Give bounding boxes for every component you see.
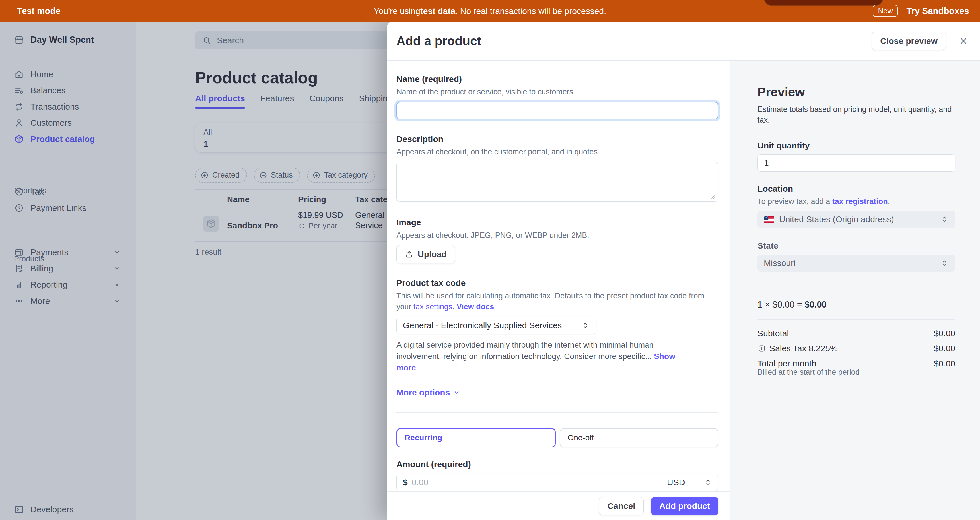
description-input[interactable]: [396, 162, 718, 202]
preview-subtitle: Estimate totals based on pricing model, …: [757, 104, 955, 126]
preview-divider: [757, 290, 955, 291]
test-mode-banner: Test mode You're using test data. No rea…: [0, 0, 980, 22]
subtotal-value: $0.00: [934, 329, 955, 338]
message-prefix: You're using: [374, 6, 420, 16]
tax-settings-link[interactable]: tax settings: [414, 302, 452, 311]
upload-label: Upload: [418, 250, 447, 259]
select-updown-icon: [581, 321, 590, 330]
amount-input-group: $ USD: [396, 474, 718, 491]
name-section: Name (required) Name of the product or s…: [396, 74, 718, 119]
product-form: Name (required) Name of the product or s…: [387, 60, 730, 520]
description-label: Description: [396, 134, 718, 144]
select-updown-icon: [940, 215, 949, 224]
test-mode-message: You're using test data. No real transact…: [0, 0, 980, 22]
modal-title: Add a product: [396, 34, 872, 48]
location-help-suffix: .: [888, 197, 890, 206]
sales-tax-value: $0.00: [934, 343, 955, 353]
state-value: Missouri: [764, 258, 935, 268]
sales-tax-row: Sales Tax 8.225% $0.00: [757, 343, 955, 353]
try-sandboxes-button[interactable]: Try Sandboxes: [906, 6, 969, 16]
subtotal-label: Subtotal: [757, 329, 789, 338]
close-modal-button[interactable]: [958, 36, 969, 46]
tax-code-label: Product tax code: [396, 278, 718, 288]
preview-divider: [757, 320, 955, 320]
location-label: Location: [757, 184, 955, 194]
state-select: Missouri: [757, 254, 955, 272]
currency-select[interactable]: USD: [661, 474, 718, 491]
amount-section: Amount (required) $ USD: [396, 460, 718, 491]
sales-tax-label: Sales Tax 8.225%: [770, 343, 838, 353]
one-off-option[interactable]: One-off: [560, 428, 719, 447]
tax-code-section: Product tax code This will be used for c…: [396, 278, 718, 374]
add-product-modal: Add a product Close preview Name (requir…: [387, 22, 980, 520]
total-label: Total per month: [757, 359, 816, 368]
new-badge: New: [873, 5, 898, 17]
resize-grip-icon[interactable]: [709, 193, 715, 199]
image-label: Image: [396, 218, 718, 227]
amount-label: Amount (required): [396, 460, 718, 469]
billing-note: Billed at the start of the period: [757, 368, 955, 377]
subtotal-row: Subtotal $0.00: [757, 329, 955, 338]
info-icon[interactable]: [757, 344, 766, 353]
total-row: Total per month $0.00: [757, 359, 955, 368]
upload-icon: [405, 250, 414, 259]
total-value: $0.00: [934, 359, 955, 368]
unit-quantity-input[interactable]: 1: [757, 154, 955, 172]
modal-footer: Cancel Add product: [387, 491, 730, 520]
name-label: Name (required): [396, 74, 718, 84]
tax-description-text: A digital service provided mainly throug…: [396, 340, 654, 361]
chevron-down-icon: [452, 388, 461, 397]
unit-quantity-label: Unit quantity: [757, 141, 955, 151]
location-help-text: To preview tax, add a: [757, 197, 832, 206]
amount-input[interactable]: [412, 478, 655, 487]
tax-code-select[interactable]: General - Electronically Supplied Servic…: [396, 316, 597, 334]
recurring-option[interactable]: Recurring: [396, 428, 556, 447]
line-item-equation: 1 × $0.00 = $0.00: [757, 299, 955, 310]
description-help: Appears at checkout, on the customer por…: [396, 146, 718, 157]
stripe-dashboard: Test mode You're using test data. No rea…: [0, 0, 980, 520]
country-value: United States (Origin address): [779, 215, 935, 224]
view-docs-link[interactable]: View docs: [457, 302, 494, 311]
currency-symbol: $: [403, 478, 408, 487]
close-icon: [958, 36, 969, 46]
equation-prefix: 1 × $0.00 =: [757, 299, 805, 310]
tax-registration-link[interactable]: tax registration: [832, 197, 888, 206]
message-suffix: . No real transactions will be processed…: [455, 6, 606, 16]
name-help: Name of the product or service, visible …: [396, 86, 718, 97]
location-help: To preview tax, add a tax registration.: [757, 196, 955, 207]
preview-panel: Preview Estimate totals based on pricing…: [730, 60, 980, 520]
pricing-type-toggle: Recurring One-off: [396, 428, 718, 447]
select-updown-icon: [704, 478, 712, 487]
state-label: State: [757, 241, 955, 251]
message-bold: test data: [420, 6, 455, 16]
tax-code-value: General - Electronically Supplied Servic…: [403, 321, 581, 330]
preview-title: Preview: [757, 85, 955, 99]
name-input[interactable]: [396, 102, 718, 119]
tax-code-description: A digital service provided mainly throug…: [396, 339, 687, 374]
country-select: United States (Origin address): [757, 211, 955, 228]
tax-code-help: This will be used for calculating automa…: [396, 291, 718, 312]
currency-value: USD: [667, 478, 704, 487]
cancel-button[interactable]: Cancel: [599, 497, 643, 515]
tax-help-dot: .: [452, 302, 457, 311]
image-section: Image Appears at checkout. JPEG, PNG, or…: [396, 218, 718, 263]
add-product-button[interactable]: Add product: [651, 497, 718, 515]
equation-total: $0.00: [805, 299, 827, 310]
close-preview-button[interactable]: Close preview: [872, 32, 946, 50]
us-flag-icon: [764, 216, 774, 223]
description-section: Description Appears at checkout, on the …: [396, 134, 718, 203]
image-help: Appears at checkout. JPEG, PNG, or WEBP …: [396, 230, 718, 241]
more-options-toggle[interactable]: More options: [396, 388, 718, 398]
unit-quantity-value: 1: [764, 158, 769, 168]
modal-header: Add a product Close preview: [387, 22, 980, 60]
more-options-label: More options: [396, 388, 450, 398]
select-updown-icon: [940, 259, 949, 268]
form-divider: [396, 412, 718, 413]
upload-button[interactable]: Upload: [396, 245, 455, 263]
